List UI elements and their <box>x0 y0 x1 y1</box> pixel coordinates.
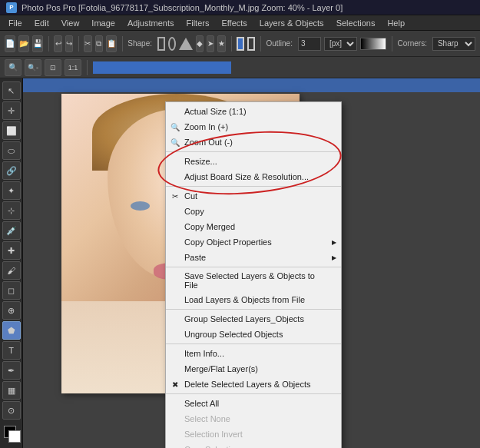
outline-input[interactable] <box>298 37 321 51</box>
shape-triangle-btn[interactable] <box>179 37 193 51</box>
tool-crop[interactable]: ⊹ <box>2 201 21 220</box>
main-area: ↖ ✛ ⬜ ⬭ 🔗 ✦ ⊹ 💉 ✚ 🖌 ◻ ⊕ ⬟ T ✒ ▦ ⊙ <box>0 78 480 448</box>
ctx-group-layers[interactable]: Group Selected Layers_Objects <box>166 311 341 327</box>
ctx-zoom-out[interactable]: 🔍 Zoom Out (-) <box>166 134 341 150</box>
color-swatches[interactable] <box>2 424 21 443</box>
ctx-sep1 <box>166 151 341 152</box>
zoom-out-btn[interactable]: 🔍- <box>25 59 41 76</box>
title-bar: P Photo Pos Pro [Fotolia_96778117_Subscr… <box>0 0 480 15</box>
ctx-sep4 <box>166 309 341 310</box>
actual-size-btn[interactable]: 1:1 <box>65 59 81 76</box>
ctx-paste[interactable]: Paste <box>166 250 341 265</box>
menu-bar: File Edit View Image Adjustments Filters… <box>0 15 480 31</box>
cut-toolbar-btn[interactable]: ✂ <box>84 35 91 52</box>
left-panel: ↖ ✛ ⬜ ⬭ 🔗 ✦ ⊹ 💉 ✚ 🖌 ◻ ⊕ ⬟ T ✒ ▦ ⊙ <box>0 78 23 448</box>
tool-brush[interactable]: 🖌 <box>2 261 21 280</box>
save-btn[interactable]: 💾 <box>32 35 43 52</box>
tool-zoom[interactable]: ⊙ <box>2 401 21 420</box>
active-shape[interactable] <box>237 37 244 51</box>
tool-text[interactable]: T <box>2 341 21 360</box>
shape-circle[interactable] <box>168 37 176 51</box>
units-select[interactable]: [px] <box>324 37 357 51</box>
ctx-copy-object-props[interactable]: Copy Object Properties <box>166 234 341 250</box>
zoom-in-btn[interactable]: 🔍 <box>5 59 22 76</box>
ctx-adjust-board[interactable]: Adjust Board Size & Resolution... <box>166 169 341 184</box>
tool-heal[interactable]: ✚ <box>2 241 21 260</box>
cut-ctx-icon: ✂ <box>170 192 180 201</box>
ctx-save-layers[interactable]: Save Selected Layers & Objects to File <box>166 269 341 292</box>
canvas-area[interactable]: Actual Size (1:1) 🔍 Zoom In (+) 🔍 Zoom O… <box>23 78 480 448</box>
toolbar2: 🔍 🔍- ⊡ 1:1 <box>0 57 480 78</box>
tool-clone[interactable]: ⊕ <box>2 301 21 320</box>
fit-btn[interactable]: ⊡ <box>45 59 61 76</box>
menu-adjustments[interactable]: Adjustments <box>122 17 180 29</box>
ctx-copy-merged[interactable]: Copy Merged <box>166 219 341 234</box>
context-menu: Actual Size (1:1) 🔍 Zoom In (+) 🔍 Zoom O… <box>165 101 342 448</box>
title-text: Photo Pos Pro [Fotolia_96778117_Subscrip… <box>22 3 343 12</box>
ctx-select-none: Select None <box>166 411 341 426</box>
left-eye <box>131 201 150 211</box>
delete-layers-icon: ✖ <box>170 380 180 389</box>
ctx-sep3 <box>166 267 341 267</box>
shape-outline[interactable] <box>247 37 255 51</box>
menu-selections[interactable]: Selections <box>331 17 381 29</box>
zoom-out-ctx-icon: 🔍 <box>170 138 180 147</box>
tool-shape[interactable]: ⬟ <box>2 321 21 340</box>
corners-select[interactable]: Sharp Round <box>432 37 475 51</box>
shape-diamond[interactable]: ◆ <box>196 35 204 52</box>
menu-view[interactable]: View <box>56 17 85 29</box>
undo-btn[interactable]: ↩ <box>54 35 61 52</box>
tool-magic-wand[interactable]: ✦ <box>2 181 21 200</box>
ctx-merge-flat[interactable]: Merge/Flat Layer(s) <box>166 361 341 377</box>
ctx-sep6 <box>166 393 341 394</box>
ctx-actual-size[interactable]: Actual Size (1:1) <box>166 104 341 119</box>
tool-ellipse-select[interactable]: ⬭ <box>2 141 21 160</box>
menu-filters[interactable]: Filters <box>180 17 214 29</box>
copy-toolbar-btn[interactable]: ⧉ <box>95 35 103 52</box>
tool-gradient[interactable]: ▦ <box>2 381 21 400</box>
shape-arrow[interactable]: ➤ <box>207 35 214 52</box>
ctx-copy[interactable]: Copy <box>166 204 341 219</box>
shape-triangle-icon <box>179 38 193 50</box>
menu-edit[interactable]: Edit <box>29 17 55 29</box>
background-color[interactable] <box>8 430 21 443</box>
menu-help[interactable]: Help <box>382 17 410 29</box>
app-icon: P <box>6 2 17 13</box>
ctx-crop-selection: Crop Selection <box>166 442 341 448</box>
outline-label: Outline: <box>266 39 292 48</box>
tool-pen[interactable]: ✒ <box>2 361 21 380</box>
tool-lasso[interactable]: 🔗 <box>2 161 21 180</box>
ctx-select-all[interactable]: Select All <box>166 396 341 411</box>
shape-label: Shape: <box>127 39 152 48</box>
paste-toolbar-btn[interactable]: 📋 <box>106 35 117 52</box>
corners-label: Corners: <box>398 39 427 48</box>
menu-effects[interactable]: Effects <box>216 17 252 29</box>
ctx-ungroup[interactable]: Ungroup Selected Objects <box>166 327 341 342</box>
gradient-preview <box>360 38 386 50</box>
ctx-sep5 <box>166 343 341 344</box>
toolbar: 📄 📂 💾 ↩ ↪ ✂ ⧉ 📋 Shape: ◆ ➤ ★ Outline: [p… <box>0 31 480 57</box>
tool-rect-select[interactable]: ⬜ <box>2 121 21 140</box>
open-btn[interactable]: 📂 <box>18 35 29 52</box>
tool-pointer[interactable]: ↖ <box>2 81 21 100</box>
shape-star[interactable]: ★ <box>217 35 226 52</box>
tool-eraser[interactable]: ◻ <box>2 281 21 300</box>
ctx-delete-layers[interactable]: ✖ Delete Selected Layers & Objects <box>166 377 341 392</box>
ctx-zoom-in[interactable]: 🔍 Zoom In (+) <box>166 119 341 134</box>
ctx-item-info[interactable]: Item Info... <box>166 346 341 361</box>
ctx-resize[interactable]: Resize... <box>166 154 341 169</box>
menu-layers-objects[interactable]: Layers & Objects <box>254 17 329 29</box>
selection-stripe <box>23 78 480 92</box>
menu-file[interactable]: File <box>3 17 28 29</box>
zoom-in-ctx-icon: 🔍 <box>170 123 180 131</box>
menu-image[interactable]: Image <box>86 17 121 29</box>
new-btn[interactable]: 📄 <box>5 35 15 52</box>
tool-eyedropper[interactable]: 💉 <box>2 221 21 240</box>
sep7 <box>87 60 88 75</box>
zoom-slider[interactable] <box>93 61 231 74</box>
redo-btn[interactable]: ↪ <box>65 35 73 52</box>
ctx-load-layers[interactable]: Load Layers & Objects from File <box>166 292 341 307</box>
ctx-cut[interactable]: ✂ Cut <box>166 188 341 204</box>
tool-move[interactable]: ✛ <box>2 101 21 120</box>
shape-rect[interactable] <box>157 37 165 51</box>
